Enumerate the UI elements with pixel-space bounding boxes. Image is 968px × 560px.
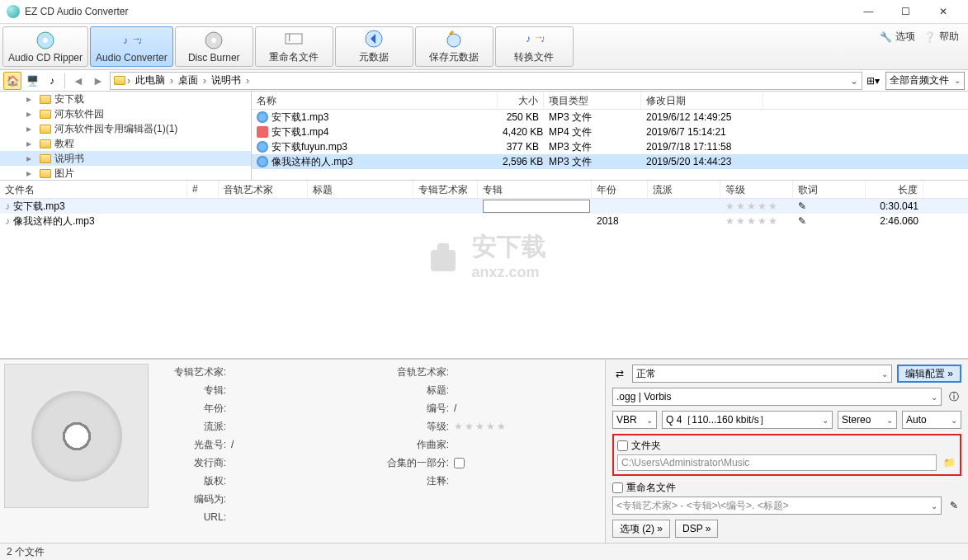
auto-select[interactable]: Auto⌄: [902, 411, 961, 429]
svg-text:♪: ♪: [526, 33, 531, 45]
quality-select[interactable]: Q 4［110...160 kbit/s］⌄: [662, 411, 833, 429]
edit-pattern-button[interactable]: ✎: [947, 498, 961, 513]
metadata-button[interactable]: 元数据: [335, 26, 413, 67]
home-button[interactable]: 🏠: [3, 72, 21, 90]
rename-checkbox[interactable]: [612, 482, 623, 493]
part-of-set-checkbox[interactable]: [454, 458, 465, 468]
status-text: 2 个文件: [7, 545, 45, 559]
convert-icon: ♪→♪: [524, 29, 544, 49]
view-mode-button[interactable]: ⊞▾: [864, 72, 882, 90]
breadcrumb-bar: 🏠 🖥️ ♪ ◄ ► › 此电脑› 桌面› 说明书› ⌄ ⊞▾ 全部音频文件⌄: [0, 70, 968, 92]
browse-folder-button[interactable]: 📁: [942, 455, 956, 470]
format-select[interactable]: .ogg | Vorbis⌄: [612, 388, 942, 406]
titlebar: EZ CD Audio Converter — ☐ ✕: [0, 0, 968, 24]
rename-pattern-select[interactable]: <专辑艺术家> - <专辑>\<编号>. <标题>⌄: [612, 496, 942, 515]
file-row[interactable]: 安下载fuyun.mp3377 KBMP3 文件2019/7/18 17:11:…: [252, 139, 968, 154]
file-row[interactable]: 安下载1.mp3250 KBMP3 文件2019/6/12 14:49:25: [252, 110, 968, 125]
help-link[interactable]: ❔帮助: [923, 30, 959, 44]
file-row[interactable]: 安下载1.mp44,420 KBMP4 文件2019/6/7 15:14:21: [252, 125, 968, 139]
folder-icon: [40, 154, 51, 163]
options-link[interactable]: 🔧选项: [880, 30, 915, 44]
edit-icon[interactable]: ✎: [798, 200, 806, 212]
rename-icon: I: [284, 29, 304, 49]
cd-icon: [35, 31, 55, 50]
file-list[interactable]: 名称 大小 项目类型 修改日期 安下载1.mp3250 KBMP3 文件2019…: [252, 92, 968, 180]
folder-icon: [114, 76, 125, 85]
dsp-button[interactable]: DSP »: [675, 520, 718, 538]
svg-text:♪: ♪: [138, 35, 141, 46]
audio-converter-button[interactable]: ♪→♪ Audio Converter: [90, 26, 173, 67]
nav-back-button[interactable]: ◄: [68, 72, 88, 90]
metadata-icon: [364, 29, 384, 49]
svg-text:♪: ♪: [123, 35, 128, 46]
note-arrow-icon: ♪→♪: [121, 31, 141, 50]
output-folder-input[interactable]: C:\Users\Administrator\Music: [617, 454, 937, 471]
folder-icon: [40, 95, 51, 104]
convert-files-button[interactable]: ♪→♪ 转换文件: [495, 26, 574, 67]
folder-icon: [40, 169, 51, 178]
music-button[interactable]: ♪: [43, 72, 61, 90]
tree-item[interactable]: ▸教程: [0, 136, 251, 151]
save-metadata-button[interactable]: 保存元数据: [415, 26, 493, 67]
note-icon: ♪: [5, 215, 10, 227]
disc-icon: [31, 391, 122, 482]
audio-cd-ripper-button[interactable]: Audio CD Ripper: [2, 26, 88, 67]
mp3-icon: [257, 156, 268, 167]
minimize-button[interactable]: —: [850, 0, 887, 23]
computer-button[interactable]: 🖥️: [23, 72, 41, 90]
tree-item[interactable]: ▸河东软件园专用编辑器(1)(1): [0, 121, 251, 136]
file-list-header: 名称 大小 项目类型 修改日期: [252, 92, 968, 110]
bottom-panel: 专辑艺术家: 专辑: 年份: 流派: 光盘号:/ 发行商: 版权: 编码为: U…: [0, 359, 968, 543]
vbr-select[interactable]: VBR⌄: [612, 411, 657, 429]
tree-item[interactable]: ▸图片: [0, 166, 251, 180]
nav-forward-button[interactable]: ►: [88, 72, 108, 90]
maximize-button[interactable]: ☐: [887, 0, 924, 23]
output-settings: ⇄ 正常⌄ 编辑配置 » .ogg | Vorbis⌄ ⓘ VBR⌄ Q 4［1…: [605, 360, 968, 543]
mp4-icon: [257, 126, 268, 138]
folder-icon: [40, 125, 51, 134]
disc-burner-button[interactable]: Disc Burner: [175, 26, 253, 67]
mode-icon: ⇄: [612, 366, 627, 381]
format-info-icon[interactable]: ⓘ: [947, 389, 961, 404]
mp3-icon: [257, 111, 268, 123]
album-art[interactable]: [4, 364, 149, 508]
svg-text:I: I: [288, 32, 290, 44]
statusbar: 2 个文件: [0, 543, 968, 560]
edit-config-button[interactable]: 编辑配置 »: [897, 365, 961, 383]
mp3-icon: [257, 141, 268, 153]
app-title: EZ CD Audio Converter: [25, 6, 850, 17]
help-icon: ❔: [923, 31, 936, 43]
edit-icon[interactable]: ✎: [798, 215, 806, 227]
tree-item[interactable]: ▸说明书: [0, 151, 251, 166]
file-row[interactable]: 像我这样的人.mp32,596 KBMP3 文件2019/5/20 14:44:…: [252, 154, 968, 169]
svg-point-6: [211, 38, 216, 43]
stereo-select[interactable]: Stereo⌄: [838, 411, 897, 429]
close-button[interactable]: ✕: [924, 0, 961, 23]
svg-point-10: [447, 34, 460, 47]
rename-files-button[interactable]: I 重命名文件: [255, 26, 333, 67]
album-edit-input[interactable]: [483, 200, 590, 213]
watermark: 安下载anxz.com: [423, 230, 546, 281]
tree-item[interactable]: ▸安下载: [0, 92, 251, 106]
tree-item[interactable]: ▸河东软件园: [0, 106, 251, 121]
main-toolbar: Audio CD Ripper ♪→♪ Audio Converter Disc…: [0, 24, 968, 70]
save-metadata-icon: [444, 29, 464, 49]
svg-point-1: [43, 38, 48, 43]
queue-row[interactable]: ♪安下载.mp3★★★★★✎0:30.041: [0, 199, 968, 214]
disc-burn-icon: [204, 31, 224, 50]
svg-text:♪: ♪: [541, 33, 544, 45]
folder-icon: [40, 139, 51, 148]
conversion-queue[interactable]: 文件名 # 音轨艺术家 标题 专辑艺术家 专辑 年份 流派 等级 歌词 长度 ♪…: [0, 181, 968, 359]
chevron-down-icon[interactable]: ⌄: [850, 75, 858, 87]
mode-select[interactable]: 正常⌄: [632, 365, 892, 383]
folder-icon: [40, 110, 51, 119]
options-button[interactable]: 选项 (2) »: [612, 520, 670, 538]
folder-checkbox[interactable]: [617, 440, 628, 451]
wrench-icon: 🔧: [880, 31, 892, 43]
breadcrumb-path[interactable]: › 此电脑› 桌面› 说明书› ⌄: [110, 72, 862, 90]
svg-rect-15: [437, 243, 449, 252]
note-icon: ♪: [5, 200, 10, 212]
queue-row[interactable]: ♪像我这样的人.mp32018★★★★★✎2:46.060: [0, 214, 968, 228]
folder-tree[interactable]: ▸安下载▸河东软件园▸河东软件园专用编辑器(1)(1)▸教程▸说明书▸图片: [0, 92, 252, 180]
file-filter-select[interactable]: 全部音频文件⌄: [885, 72, 965, 90]
